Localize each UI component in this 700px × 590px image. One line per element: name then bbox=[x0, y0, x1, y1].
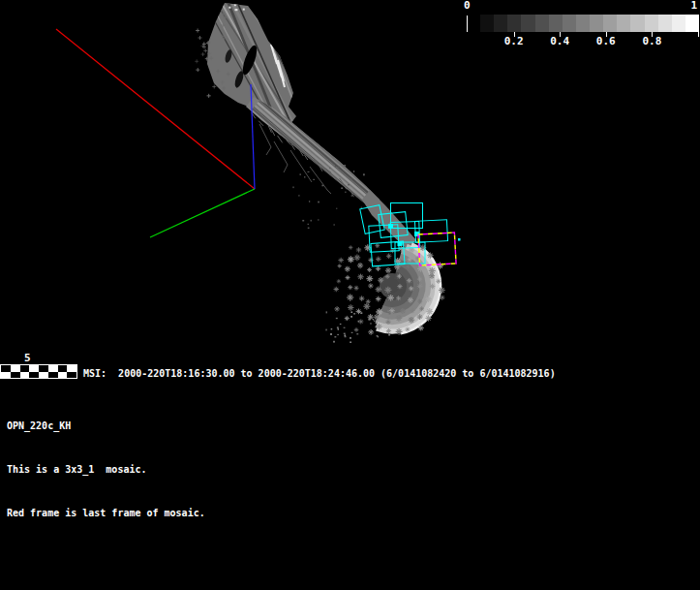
annotation-line: Red frame is last frame of mosaic. bbox=[7, 506, 205, 520]
checker-cell bbox=[29, 372, 39, 379]
colorbar-step bbox=[507, 15, 521, 32]
y-axis bbox=[150, 189, 255, 237]
annotation-line: This is a 3x3_1 mosaic. bbox=[7, 462, 205, 477]
frame-corner-knot bbox=[388, 224, 393, 229]
colorbar-step bbox=[480, 15, 494, 32]
colorbar-step bbox=[645, 15, 658, 32]
checker-cell bbox=[20, 372, 30, 379]
checker-cell bbox=[58, 372, 68, 379]
checker-cell bbox=[1, 372, 11, 379]
annotation-block: OPN_220c_KH This is a 3x3_1 mosaic. Red … bbox=[7, 389, 205, 549]
colorbar-min-label: 0 bbox=[464, 0, 471, 12]
colorbar-step bbox=[494, 15, 507, 32]
colorbar-tick bbox=[698, 32, 699, 37]
pointer-dot bbox=[458, 238, 461, 241]
colorbar-step bbox=[603, 15, 617, 32]
colorbar-step bbox=[685, 15, 699, 32]
colorbar-tick-label: 0.6 bbox=[596, 35, 616, 47]
colorbar-tick bbox=[467, 16, 468, 32]
colorbar-step bbox=[617, 15, 630, 32]
colorbar-step bbox=[521, 15, 534, 32]
colorbar-step bbox=[672, 15, 685, 32]
scale-bar-checkerboard bbox=[0, 364, 77, 379]
colorbar-legend: 0 1 0.20.40.60.8 bbox=[464, 0, 700, 50]
checker-cell bbox=[48, 372, 58, 379]
colorbar-step bbox=[535, 15, 549, 32]
colorbar-step bbox=[590, 15, 603, 32]
colorbar-tick-label: 0.2 bbox=[504, 35, 524, 47]
status-line: MSI: 2000-220T18:16:30.00 to 2000-220T18… bbox=[83, 367, 556, 380]
colorbar-step bbox=[658, 15, 672, 32]
colorbar-gradient bbox=[480, 15, 699, 32]
colorbar-max-label: 1 bbox=[690, 0, 697, 12]
colorbar-step bbox=[563, 15, 576, 32]
colorbar-step bbox=[630, 15, 644, 32]
annotation-line: OPN_220c_KH bbox=[7, 419, 205, 433]
colorbar-step bbox=[576, 15, 590, 32]
visualization-window: 0 1 0.20.40.60.8 5 km MSI: 2000-220T18:1… bbox=[0, 0, 700, 590]
checker-cell bbox=[11, 372, 20, 379]
colorbar-tick-label: 0.4 bbox=[550, 35, 569, 47]
checker-cell bbox=[67, 372, 76, 379]
frame-corner-knot bbox=[398, 241, 403, 246]
colorbar-tick-label: 0.8 bbox=[642, 35, 661, 47]
colorbar-step bbox=[549, 15, 563, 32]
checker-cell bbox=[39, 372, 48, 379]
